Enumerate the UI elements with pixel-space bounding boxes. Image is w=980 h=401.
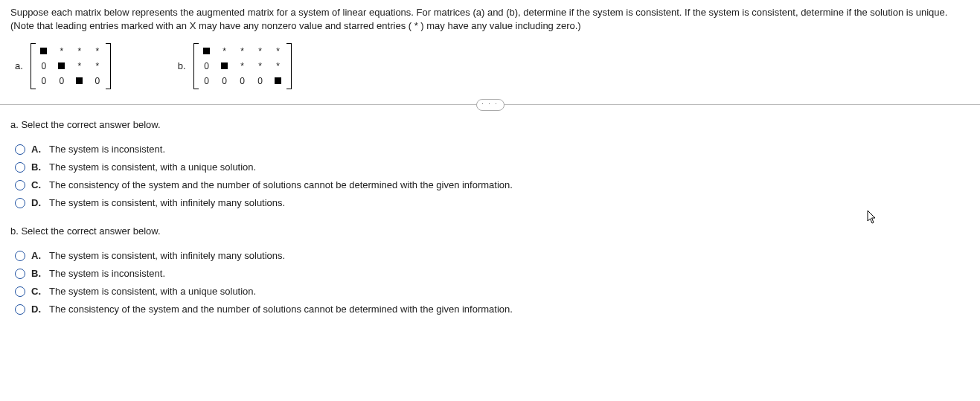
part-a-radio-a[interactable] xyxy=(15,144,25,155)
matrix-a-group: a. ***0**000 xyxy=(15,43,111,89)
option-row: A.The system is consistent, with infinit… xyxy=(15,249,970,263)
part-b-radio-a[interactable] xyxy=(15,251,25,261)
leading-entry-icon xyxy=(40,48,47,54)
matrix-b: ****0***0000 xyxy=(193,43,292,89)
option-letter: C. xyxy=(31,285,43,298)
matrix-cell: * xyxy=(92,61,103,71)
expand-button[interactable]: · · · xyxy=(476,99,505,111)
option-text: The system is consistent, with infinitel… xyxy=(49,249,285,263)
part-a-radio-d[interactable] xyxy=(15,198,25,208)
matrix-cell: * xyxy=(237,46,248,57)
matrix-cell: 0 xyxy=(237,76,248,86)
part-b-radio-b[interactable] xyxy=(15,269,25,279)
matrix-cell: 0 xyxy=(39,76,49,86)
option-row: B.The system is inconsistent. xyxy=(15,267,970,280)
option-row: A.The system is inconsistent. xyxy=(15,143,970,156)
option-text: The consistency of the system and the nu… xyxy=(49,179,513,192)
matrix-cell: * xyxy=(237,61,248,71)
option-text: The system is consistent, with a unique … xyxy=(49,285,256,298)
option-letter: A. xyxy=(31,249,43,263)
option-row: D.The consistency of the system and the … xyxy=(15,303,970,316)
part-b-options: A.The system is consistent, with infinit… xyxy=(15,249,970,317)
matrix-cell xyxy=(57,61,67,71)
bracket-right-icon xyxy=(106,43,111,89)
matrix-cell: 0 xyxy=(202,76,212,86)
matrix-cell: 0 xyxy=(220,76,230,86)
option-row: C.The system is consistent, with a uniqu… xyxy=(15,285,970,298)
leading-entry-icon xyxy=(203,48,210,54)
matrix-cell: * xyxy=(74,61,85,71)
leading-entry-icon xyxy=(221,62,228,69)
leading-entry-icon xyxy=(58,62,65,69)
matrix-a-label: a. xyxy=(15,60,23,73)
matrix-cell: 0 xyxy=(202,61,212,71)
option-text: The system is consistent, with infinitel… xyxy=(49,196,285,210)
option-letter: D. xyxy=(31,303,43,316)
matrix-cell: 0 xyxy=(57,76,67,86)
option-text: The consistency of the system and the nu… xyxy=(49,303,513,316)
option-row: C.The consistency of the system and the … xyxy=(15,179,970,192)
part-a-radio-c[interactable] xyxy=(15,180,25,190)
option-text: The system is inconsistent. xyxy=(49,267,165,280)
matrix-cell xyxy=(220,61,230,71)
matrices-row: a. ***0**000 b. ****0***0000 xyxy=(15,43,970,89)
part-a-options: A.The system is inconsistent.B.The syste… xyxy=(15,143,970,211)
part-a-radio-b[interactable] xyxy=(15,162,25,173)
part-b-prompt: b. Select the correct answer below. xyxy=(10,225,970,238)
matrix-cell: 0 xyxy=(255,76,266,86)
matrix-cell: * xyxy=(74,46,85,57)
option-letter: D. xyxy=(31,196,43,210)
option-text: The system is inconsistent. xyxy=(49,143,165,156)
matrix-cell xyxy=(74,76,85,86)
matrix-cell: * xyxy=(273,61,284,71)
matrix-cell: * xyxy=(255,61,266,71)
cursor-icon xyxy=(867,210,879,225)
section-divider: · · · xyxy=(0,104,980,105)
matrix-b-label: b. xyxy=(178,60,186,73)
matrix-b-group: b. ****0***0000 xyxy=(178,43,292,89)
leading-entry-icon xyxy=(76,77,83,84)
matrix-cell: 0 xyxy=(92,76,103,86)
matrix-cell: * xyxy=(220,46,230,57)
matrix-cell: * xyxy=(92,46,103,57)
question-text: Suppose each matrix below represents the… xyxy=(10,6,970,33)
matrix-cell: * xyxy=(57,46,67,57)
part-a-prompt: a. Select the correct answer below. xyxy=(10,118,970,132)
option-letter: C. xyxy=(31,179,43,192)
matrix-cell xyxy=(273,76,284,86)
option-letter: B. xyxy=(31,161,43,174)
matrix-cell xyxy=(39,46,49,57)
matrix-a: ***0**000 xyxy=(31,43,111,89)
bracket-left-icon xyxy=(31,43,36,89)
bracket-left-icon xyxy=(193,43,199,89)
part-b-radio-c[interactable] xyxy=(15,286,25,297)
matrix-cell: * xyxy=(273,46,284,57)
part-b-radio-d[interactable] xyxy=(15,304,25,315)
leading-entry-icon xyxy=(275,77,281,84)
option-text: The system is consistent, with a unique … xyxy=(49,161,256,174)
option-row: B.The system is consistent, with a uniqu… xyxy=(15,161,970,174)
option-row: D.The system is consistent, with infinit… xyxy=(15,196,970,210)
matrix-cell: * xyxy=(255,46,266,57)
option-letter: A. xyxy=(31,143,43,156)
option-letter: B. xyxy=(31,267,43,280)
matrix-cell: 0 xyxy=(39,61,49,71)
bracket-right-icon xyxy=(286,43,292,89)
matrix-cell xyxy=(202,46,212,57)
